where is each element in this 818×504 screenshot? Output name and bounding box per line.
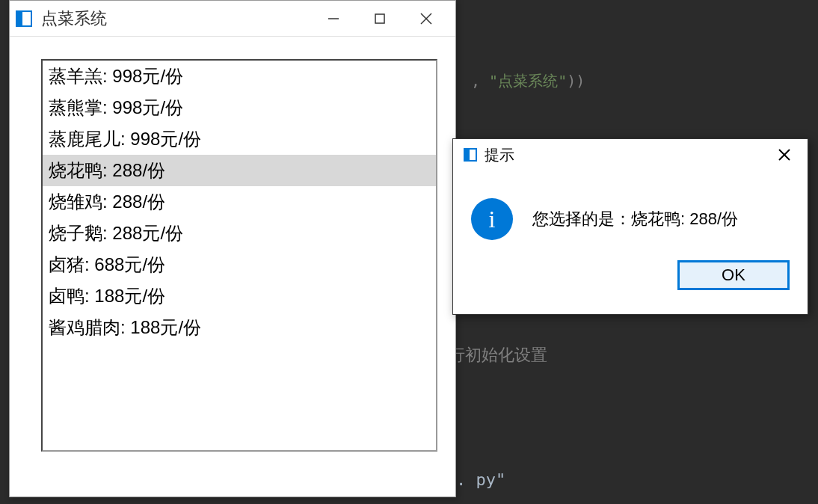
svg-rect-1 — [375, 14, 384, 23]
list-item[interactable]: 烧雏鸡: 288/份 — [43, 186, 436, 218]
ok-button[interactable]: OK — [677, 260, 790, 290]
menu-listbox[interactable]: 蒸羊羔: 998元/份蒸熊掌: 998元/份蒸鹿尾儿: 998元/份烧花鸭: 2… — [41, 59, 437, 452]
background-code-snippet-3: . py" — [456, 470, 505, 489]
minimize-button[interactable] — [310, 4, 357, 34]
list-item[interactable]: 酱鸡腊肉: 188元/份 — [43, 312, 436, 343]
list-item[interactable]: 蒸鹿尾儿: 998元/份 — [43, 123, 436, 155]
close-button[interactable] — [403, 4, 449, 34]
dialog-title: 提示 — [485, 145, 769, 165]
list-item[interactable]: 蒸羊羔: 998元/份 — [43, 61, 436, 92]
dialog-footer: OK — [453, 260, 808, 302]
info-icon: i — [471, 198, 513, 240]
app-icon — [16, 10, 32, 27]
list-item[interactable]: 蒸熊掌: 998元/份 — [43, 92, 436, 123]
dialog-titlebar: 提示 — [453, 139, 808, 170]
background-code-snippet-2: 行初始化设置 — [449, 344, 547, 366]
dialog-body: i 您选择的是：烧花鸭: 288/份 — [453, 170, 808, 260]
maximize-icon — [373, 12, 387, 25]
code-string: "点菜系统" — [489, 72, 567, 90]
dialog-message: 您选择的是：烧花鸭: 288/份 — [532, 208, 738, 230]
dialog-app-icon — [464, 148, 477, 162]
list-item[interactable]: 烧子鹅: 288元/份 — [43, 218, 436, 249]
maximize-button[interactable] — [357, 4, 403, 34]
window-title: 点菜系统 — [41, 7, 310, 30]
close-icon — [778, 148, 791, 162]
dialog-close-button[interactable] — [769, 143, 800, 167]
main-window: 点菜系统 蒸羊羔: 998元/份蒸熊掌: 998元/份蒸鹿尾儿: 998元/份烧… — [9, 0, 456, 497]
background-code-snippet-1: , "点菜系统")) — [471, 71, 585, 91]
list-item[interactable]: 卤鸭: 188元/份 — [43, 280, 436, 312]
list-item[interactable]: 烧花鸭: 288/份 — [43, 155, 436, 186]
message-dialog: 提示 i 您选择的是：烧花鸭: 288/份 OK — [452, 138, 808, 315]
minimize-icon — [327, 12, 340, 25]
main-titlebar: 点菜系统 — [10, 1, 455, 37]
code-prefix: , — [471, 72, 489, 90]
list-item[interactable]: 卤猪: 688元/份 — [43, 249, 436, 280]
window-controls — [310, 4, 449, 34]
close-icon — [419, 11, 434, 26]
code-suffix: )) — [567, 72, 585, 90]
